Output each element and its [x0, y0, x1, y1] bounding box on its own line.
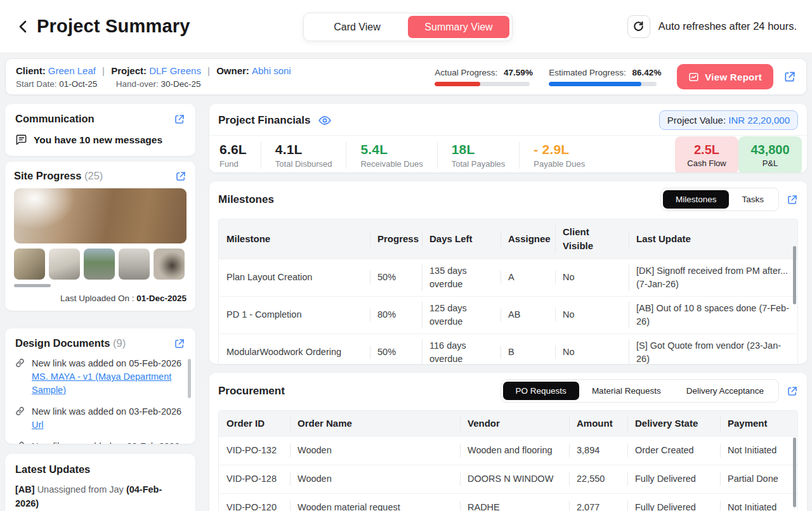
back-icon[interactable]: [15, 18, 32, 35]
milestones-tabset: Milestones Tasks: [660, 188, 779, 211]
auto-refresh-note: Auto refreshes after 24 hours.: [658, 20, 797, 32]
card-view-button[interactable]: Card View: [306, 16, 408, 38]
table-row[interactable]: PD 1 - Completion 80% 125 days overdue A…: [219, 296, 797, 333]
project-financials-card: Project Financials Project Value: INR 22…: [209, 104, 807, 172]
milestones-card: Milestones Milestones Tasks Milestone Pr…: [209, 181, 807, 364]
milestones-table: Milestone Progress Days Left Assignee Cl…: [218, 219, 798, 364]
procurement-table-scrollbar[interactable]: [793, 437, 796, 507]
estimated-progress-value: 86.42%: [632, 68, 662, 77]
milestones-table-header: Milestone Progress Days Left Assignee Cl…: [219, 219, 797, 259]
owner-link[interactable]: Abhi soni: [252, 65, 291, 76]
procurement-table-header: Order ID Order Name Vendor Amount Delive…: [219, 411, 797, 436]
project-value: INR 22,20,000: [728, 115, 790, 126]
procurement-tabset: PO Requests Material Requests Delivery A…: [501, 379, 779, 403]
update-item: [AB] Unassigned from Jay (04-Feb-2026): [15, 483, 185, 511]
document-link[interactable]: Url: [32, 420, 44, 430]
client-label: Client:: [16, 65, 46, 76]
site-progress-external-link-icon[interactable]: [175, 171, 187, 182]
latest-updates-title: Latest Updates: [15, 463, 90, 475]
estimated-progress-bar: [549, 82, 657, 86]
project-link[interactable]: DLF Greens: [149, 65, 201, 76]
link-icon: [15, 358, 25, 397]
app-header: Project Summary Card View Summary View A…: [0, 0, 812, 53]
table-row[interactable]: ModularWoodwork Ordering 50% 116 days ov…: [219, 333, 797, 364]
client-link[interactable]: Green Leaf: [48, 65, 96, 76]
report-chart-icon: [688, 72, 699, 82]
thumbnail-scrollbar[interactable]: [14, 284, 51, 287]
actual-progress: Actual Progress: 47.59%: [435, 68, 530, 86]
milestones-external-link-icon[interactable]: [787, 194, 798, 205]
chat-icon: [15, 134, 27, 146]
page-title: Project Summary: [37, 16, 190, 37]
tab-po-requests[interactable]: PO Requests: [503, 382, 579, 400]
design-documents-card: Design Documents (9) New link was added …: [5, 328, 195, 444]
procurement-external-link-icon[interactable]: [787, 385, 798, 397]
project-value-pill[interactable]: Project Value: INR 22,20,000: [659, 110, 798, 130]
site-progress-card: Site Progress (25) Last Uploaded On : 01…: [5, 162, 195, 311]
document-item: New link was added on 03-Feb-2026Url: [15, 405, 185, 432]
project-external-link-icon[interactable]: [783, 70, 796, 83]
site-progress-title: Site Progress (25): [14, 170, 103, 182]
milestones-table-scrollbar[interactable]: [793, 246, 796, 304]
project-summary-bar: Client: Green Leaf | Project: DLF Greens…: [5, 58, 807, 95]
site-photo-thumbnail[interactable]: [154, 249, 185, 280]
site-photo-main[interactable]: [14, 188, 187, 243]
table-row[interactable]: Plan Layout Creation 50% 135 days overdu…: [219, 259, 797, 296]
table-row[interactable]: VID-PO-120 Wooden material request RADHE…: [219, 493, 797, 511]
table-row[interactable]: VID-PO-132 Wooden Wooden and flooring 3,…: [219, 436, 797, 465]
milestones-title: Milestones: [218, 193, 274, 206]
stat-total-disbursed: 4.1L Total Disbursed: [261, 142, 346, 169]
procurement-table: Order ID Order Name Vendor Amount Delive…: [218, 410, 798, 511]
stat-payable-dues: - 2.9L Payable Dues: [519, 142, 599, 169]
latest-updates-card: Latest Updates [AB] Unassigned from Jay …: [5, 454, 195, 511]
estimated-progress: Estimated Progress: 86.42%: [549, 68, 657, 86]
actual-progress-value: 47.59%: [504, 68, 533, 77]
summary-view-button[interactable]: Summary View: [408, 16, 509, 38]
document-item: New file was added on 03-Feb-2026IMG-202…: [15, 440, 185, 444]
pnl-box: 43,800 P&L: [738, 136, 802, 172]
new-messages-row[interactable]: You have 10 new messages: [15, 134, 185, 146]
document-link[interactable]: MS. MAYA - v1 (Maya Department Sample): [32, 372, 171, 395]
refresh-icon[interactable]: [627, 15, 650, 38]
design-documents-external-link-icon[interactable]: [174, 338, 185, 349]
tab-milestones[interactable]: Milestones: [663, 190, 730, 209]
site-photo-thumbnail[interactable]: [14, 249, 45, 280]
link-icon: [15, 406, 25, 432]
site-photo-thumbnails: [14, 249, 187, 280]
communication-title: Communication: [15, 113, 95, 125]
stat-fund: 6.6L Fund: [209, 142, 261, 169]
view-toggle: Card View Summary View: [303, 13, 513, 41]
stat-receivable-dues: 5.4L Receivable Dues: [346, 142, 436, 169]
tab-delivery-acceptance[interactable]: Delivery Acceptance: [674, 382, 776, 400]
communication-card: Communication You have 10 new messages: [5, 104, 195, 156]
communication-external-link-icon[interactable]: [174, 113, 185, 125]
eye-icon[interactable]: [318, 114, 331, 127]
handover-label: Hand-over:: [116, 79, 159, 89]
table-row[interactable]: VID-PO-128 Wooden DOORS N WINDOW 22,550 …: [219, 465, 797, 493]
site-photo-thumbnail[interactable]: [49, 249, 80, 280]
actual-progress-label: Actual Progress:: [435, 68, 497, 77]
view-report-button[interactable]: View Report: [677, 64, 773, 89]
cash-flow-box: 2.5L Cash Flow: [675, 136, 738, 172]
refresh-area: Auto refreshes after 24 hours.: [627, 15, 797, 38]
project-info: Client: Green Leaf | Project: DLF Greens…: [16, 65, 291, 89]
project-label: Project:: [111, 65, 147, 76]
last-uploaded: Last Uploaded On : 01-Dec-2025: [14, 294, 187, 303]
tab-material-requests[interactable]: Material Requests: [579, 382, 674, 400]
financials-title: Project Financials: [218, 114, 311, 127]
procurement-card: Procurement PO Requests Material Request…: [209, 373, 807, 511]
new-messages-text: You have 10 new messages: [34, 134, 162, 146]
start-date-value: 01-Oct-25: [59, 79, 97, 89]
tab-tasks[interactable]: Tasks: [729, 190, 776, 209]
procurement-title: Procurement: [218, 385, 285, 398]
design-documents-title: Design Documents (9): [15, 337, 126, 349]
owner-label: Owner:: [216, 65, 249, 76]
document-item: New link was added on 05-Feb-2026MS. MAY…: [15, 357, 185, 397]
handover-value: 30-Dec-25: [160, 79, 200, 89]
start-date-label: Start Date:: [16, 79, 57, 89]
link-icon: [15, 441, 25, 444]
estimated-progress-label: Estimated Progress:: [549, 68, 626, 77]
documents-scrollbar[interactable]: [188, 359, 191, 398]
site-photo-thumbnail[interactable]: [119, 249, 150, 280]
site-photo-thumbnail[interactable]: [84, 249, 115, 280]
